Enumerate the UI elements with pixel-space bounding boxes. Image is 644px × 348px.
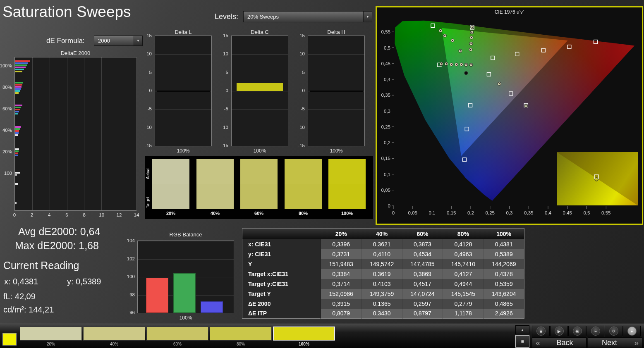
level-button-60%[interactable]: 60% bbox=[146, 327, 208, 346]
table-cell: 0,3430 bbox=[362, 309, 402, 319]
level-button-100%[interactable]: 100% bbox=[273, 327, 335, 346]
table-cell: 149,3759 bbox=[362, 289, 402, 299]
delta-zero-line bbox=[157, 91, 210, 92]
rgb-bar-red bbox=[146, 278, 168, 313]
table-cell: 152,0986 bbox=[321, 289, 362, 299]
back-button[interactable]: « Back bbox=[532, 337, 587, 348]
grid-line bbox=[232, 54, 288, 55]
table-cell: 0,8079 bbox=[321, 309, 362, 319]
deltae-bar bbox=[15, 64, 27, 66]
table-cell: 145,7410 bbox=[443, 259, 484, 269]
row-label: Y bbox=[242, 259, 321, 269]
continuous-button[interactable]: ∞ bbox=[587, 326, 604, 336]
level-button-80%[interactable]: 80% bbox=[210, 327, 272, 346]
table-cell: 0,3384 bbox=[321, 269, 362, 279]
actual-swatch bbox=[285, 159, 322, 184]
levels-value: 20% Sweeps bbox=[244, 12, 363, 22]
table-cell: 2,4926 bbox=[484, 309, 524, 319]
target-swatch bbox=[196, 184, 234, 209]
axis-tick-label: 10 bbox=[146, 51, 152, 56]
grid-line bbox=[67, 57, 67, 210]
target-swatch bbox=[285, 184, 322, 209]
axis-tick-label: -5 bbox=[224, 106, 228, 111]
cie-y-tick-label: 0,5 bbox=[384, 45, 390, 50]
play-button[interactable]: ▶ bbox=[550, 326, 568, 336]
deltae-bar bbox=[15, 111, 19, 112]
stop-button[interactable]: ■ bbox=[532, 326, 550, 336]
grid-line bbox=[155, 109, 211, 110]
target-axis-label: Target bbox=[145, 188, 151, 216]
axis-tick-label: 10 bbox=[223, 51, 228, 56]
deltae-bar bbox=[15, 86, 22, 88]
grid-line bbox=[84, 57, 84, 210]
grid-line bbox=[308, 73, 364, 73]
deltae-bar bbox=[15, 109, 20, 110]
table-row: ΔE 20000,39150,13650,25970,27790,4865 bbox=[242, 299, 524, 309]
table-cell: 0,4110 bbox=[362, 249, 402, 259]
axis-tick-label: 15 bbox=[223, 33, 228, 38]
cie-x-tick-label: 0,55 bbox=[601, 210, 610, 215]
current-y-readout: y: 0,5389 bbox=[67, 277, 101, 286]
row-label: Target Y bbox=[242, 289, 321, 299]
level-label: 20% bbox=[20, 342, 82, 346]
de-formula-dropdown[interactable]: 2000 ▼ bbox=[94, 36, 143, 46]
grid-line bbox=[308, 128, 364, 128]
cie-title: CIE 1976 u'v' bbox=[495, 9, 524, 15]
table-cell: 0,3621 bbox=[362, 239, 402, 249]
deltae-bar bbox=[15, 90, 20, 92]
levels-dropdown[interactable]: 20% Sweeps ▼ bbox=[243, 11, 372, 22]
stop-icon: ■ bbox=[521, 338, 524, 344]
target-swatch bbox=[152, 184, 189, 209]
level-label: 40% bbox=[83, 342, 145, 346]
cie-measured-marker-dot bbox=[499, 83, 500, 84]
deltae-bar bbox=[15, 202, 17, 204]
target-button[interactable]: ◉ bbox=[568, 326, 586, 336]
table-cell: 0,4103 bbox=[362, 279, 402, 289]
saturation-swatch-80% bbox=[285, 159, 322, 209]
cie-y-tick-label: 0,4 bbox=[384, 77, 391, 82]
level-button-20%[interactable]: 20% bbox=[20, 327, 82, 346]
table-body: x: CIE310,33960,36210,38730,41280,4381y:… bbox=[242, 239, 524, 319]
table-cell: 0,4944 bbox=[443, 279, 484, 289]
stop-icon: ■ bbox=[536, 327, 546, 336]
collapse-button[interactable]: ▲ bbox=[515, 325, 529, 334]
cie-reference-point bbox=[464, 72, 468, 75]
cie-x-tick-label: 0,4 bbox=[545, 210, 552, 215]
table-cell: 0,3915 bbox=[321, 299, 362, 309]
axis-tick-label: 100 bbox=[4, 171, 12, 176]
table-cell: 0,3396 bbox=[321, 239, 362, 249]
axis-tick-label: 5 bbox=[226, 70, 228, 75]
cie-measured-marker-dot bbox=[456, 64, 457, 65]
deltae-bar bbox=[15, 92, 19, 94]
double-chevron-right-icon: » bbox=[631, 338, 642, 348]
record-button[interactable]: ● bbox=[623, 326, 641, 336]
deltae-bar bbox=[15, 174, 17, 176]
cie-measured-marker-dot bbox=[451, 64, 452, 65]
cie-measured-marker-dot bbox=[444, 35, 445, 36]
grid-line bbox=[138, 313, 234, 313]
loop-button[interactable]: ↻ bbox=[605, 326, 622, 336]
table-cell: 144,2069 bbox=[484, 259, 524, 269]
deltae-chart bbox=[14, 57, 136, 211]
axis-tick-label: 10 bbox=[299, 51, 305, 56]
saturation-swatch-label: 80% bbox=[285, 211, 322, 216]
table-cell: 147,0724 bbox=[402, 289, 443, 299]
rgb-balance-title: RGB Balance bbox=[140, 231, 232, 238]
axis-tick-label: 20% bbox=[2, 149, 12, 154]
deltae-bar bbox=[15, 62, 28, 64]
axis-tick-label: 0 bbox=[226, 88, 228, 93]
next-button[interactable]: Next » bbox=[588, 337, 642, 348]
table-row: Y151,9483149,5742147,4785145,7410144,206… bbox=[242, 259, 524, 269]
pattern-window-button[interactable]: ■ bbox=[515, 335, 529, 348]
level-button-40%[interactable]: 40% bbox=[83, 327, 145, 346]
table-cell: 0,3731 bbox=[321, 249, 362, 259]
cie-measured-marker-dot bbox=[441, 63, 442, 64]
table-cell: 151,9483 bbox=[321, 259, 362, 269]
current-color-chip bbox=[2, 333, 17, 346]
delta-zero-line bbox=[310, 91, 363, 92]
level-label: 100% bbox=[273, 342, 335, 346]
cie-y-tick-label: 0,35 bbox=[381, 93, 390, 98]
axis-tick-label: 102 bbox=[127, 256, 135, 261]
rgb-bar-green bbox=[173, 273, 196, 313]
cie-y-tick-label: 0,15 bbox=[381, 156, 390, 161]
